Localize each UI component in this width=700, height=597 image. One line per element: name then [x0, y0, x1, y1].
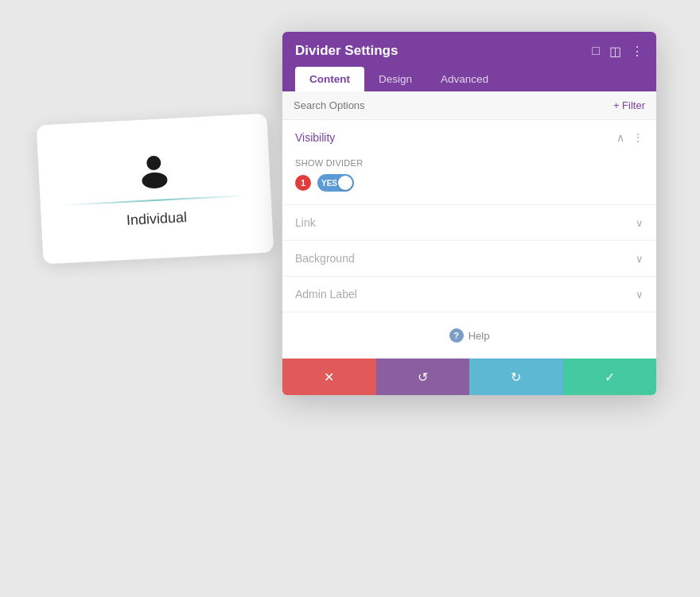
visibility-more-icon[interactable]: ⋮ [632, 131, 644, 144]
panel-title-icons: □ ◫ ⋮ [592, 44, 644, 59]
card-label: Individual [126, 209, 187, 229]
admin-label-section-header[interactable]: Admin Label ∨ [282, 277, 656, 312]
panel-title: Divider Settings [295, 43, 398, 59]
tab-content[interactable]: Content [295, 67, 364, 91]
person-icon [134, 149, 174, 194]
search-row: + Filter [282, 91, 656, 120]
background-section-header[interactable]: Background ∨ [282, 241, 656, 276]
search-input[interactable] [294, 99, 607, 111]
panel-footer: ✕ ↺ ↻ ✓ [282, 359, 656, 395]
visibility-section-header[interactable]: Visibility ∧ ⋮ [282, 120, 656, 155]
help-row: ? Help [282, 312, 656, 359]
link-chevron-icon: ∨ [636, 217, 644, 229]
filter-button[interactable]: + Filter [613, 99, 645, 111]
card-divider-line [64, 195, 248, 206]
admin-label-chevron-icon: ∨ [636, 289, 644, 300]
help-label[interactable]: Help [469, 330, 490, 342]
show-divider-toggle[interactable]: YES [317, 174, 354, 192]
step-badge: 1 [295, 175, 311, 191]
toggle-thumb [338, 176, 352, 190]
link-section-header[interactable]: Link ∨ [282, 205, 656, 240]
panel-body: Visibility ∧ ⋮ Show Divider 1 YES [282, 120, 656, 359]
visibility-content: Show Divider 1 YES [282, 155, 656, 204]
panel-title-row: Divider Settings □ ◫ ⋮ [295, 43, 644, 59]
visibility-section-icons: ∧ ⋮ [616, 131, 644, 144]
undo-button[interactable]: ↺ [376, 359, 470, 395]
redo-button[interactable]: ↻ [469, 359, 563, 395]
admin-label-title: Admin Label [295, 288, 357, 300]
svg-point-1 [142, 172, 168, 189]
more-options-icon[interactable]: ⋮ [631, 44, 644, 59]
background-chevron-icon: ∨ [636, 253, 644, 265]
save-button[interactable]: ✓ [563, 359, 657, 395]
section-background: Background ∨ [282, 241, 656, 277]
section-visibility: Visibility ∧ ⋮ Show Divider 1 YES [282, 120, 656, 205]
settings-panel: Divider Settings □ ◫ ⋮ Content Design Ad… [282, 32, 656, 395]
redo-icon: ↻ [511, 370, 521, 385]
fullscreen-icon[interactable]: □ [592, 44, 600, 58]
tab-design[interactable]: Design [364, 67, 426, 91]
visibility-chevron-up-icon[interactable]: ∧ [616, 131, 624, 144]
save-icon: ✓ [605, 370, 615, 385]
cancel-button[interactable]: ✕ [282, 359, 376, 395]
show-divider-label: Show Divider [295, 158, 644, 168]
help-icon[interactable]: ? [449, 328, 464, 343]
cancel-icon: ✕ [324, 370, 334, 385]
section-link: Link ∨ [282, 205, 656, 241]
columns-icon[interactable]: ◫ [609, 44, 621, 59]
undo-icon: ↺ [418, 370, 428, 385]
section-admin-label: Admin Label ∨ [282, 277, 656, 312]
tabs: Content Design Advanced [295, 67, 644, 91]
link-title: Link [295, 216, 316, 229]
background-card: Individual [37, 114, 274, 265]
toggle-yes-label: YES [321, 179, 337, 188]
toggle-row: 1 YES [295, 174, 644, 192]
filter-label: + Filter [613, 99, 645, 111]
tab-advanced[interactable]: Advanced [426, 67, 503, 91]
svg-point-0 [146, 156, 161, 171]
panel-header: Divider Settings □ ◫ ⋮ Content Design Ad… [282, 32, 656, 91]
visibility-title: Visibility [295, 131, 335, 144]
background-title: Background [295, 252, 355, 265]
